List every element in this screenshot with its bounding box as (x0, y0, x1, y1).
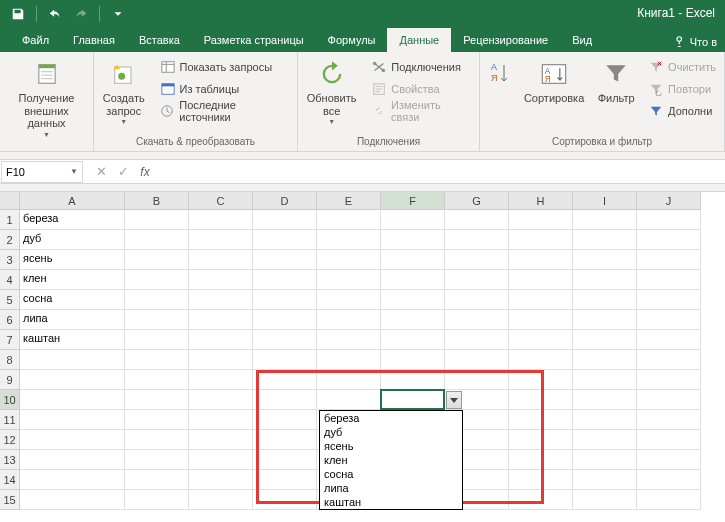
cell[interactable] (509, 350, 573, 370)
cell[interactable] (189, 230, 253, 250)
column-header[interactable]: I (573, 192, 637, 210)
cell[interactable] (445, 310, 509, 330)
tab-formulas[interactable]: Формулы (316, 28, 388, 52)
cell[interactable] (381, 230, 445, 250)
cell[interactable] (573, 230, 637, 250)
cell[interactable] (125, 210, 189, 230)
row-header[interactable]: 8 (0, 350, 20, 370)
tab-insert[interactable]: Вставка (127, 28, 192, 52)
cell[interactable] (317, 330, 381, 350)
cell[interactable] (189, 370, 253, 390)
cell[interactable] (637, 330, 701, 350)
cell[interactable] (381, 250, 445, 270)
cell[interactable] (20, 350, 125, 370)
cell[interactable] (445, 350, 509, 370)
cell[interactable] (189, 490, 253, 510)
cell[interactable] (637, 450, 701, 470)
cell[interactable]: ясень (20, 250, 125, 270)
cell[interactable] (317, 230, 381, 250)
column-header[interactable]: A (20, 192, 125, 210)
cell[interactable] (253, 250, 317, 270)
sort-asc-button[interactable]: АЯ (484, 56, 514, 94)
cell[interactable] (189, 410, 253, 430)
cell[interactable] (509, 410, 573, 430)
cell[interactable] (253, 390, 317, 410)
cell[interactable] (509, 390, 573, 410)
cell[interactable] (637, 410, 701, 430)
cell[interactable] (637, 310, 701, 330)
cell[interactable] (509, 470, 573, 490)
column-header[interactable]: C (189, 192, 253, 210)
cell[interactable] (189, 450, 253, 470)
cell[interactable] (189, 430, 253, 450)
cell[interactable] (125, 430, 189, 450)
cell[interactable] (125, 490, 189, 510)
cell[interactable] (573, 470, 637, 490)
cell[interactable] (573, 430, 637, 450)
cell[interactable]: каштан (20, 330, 125, 350)
row-header[interactable]: 13 (0, 450, 20, 470)
column-header[interactable]: G (445, 192, 509, 210)
row-header[interactable]: 5 (0, 290, 20, 310)
cell[interactable] (573, 450, 637, 470)
cell[interactable] (317, 250, 381, 270)
cell[interactable] (189, 270, 253, 290)
show-queries-button[interactable]: Показать запросы (156, 56, 293, 78)
cell[interactable] (445, 250, 509, 270)
row-header[interactable]: 3 (0, 250, 20, 270)
advanced-filter-button[interactable]: Дополни (644, 100, 720, 122)
from-table-button[interactable]: Из таблицы (156, 78, 293, 100)
cell[interactable] (125, 310, 189, 330)
cell[interactable] (125, 410, 189, 430)
cell[interactable] (189, 470, 253, 490)
cell[interactable] (573, 490, 637, 510)
cell[interactable] (445, 210, 509, 230)
cell[interactable] (20, 470, 125, 490)
cell[interactable]: липа (20, 310, 125, 330)
cell[interactable] (189, 250, 253, 270)
refresh-all-button[interactable]: Обновить все ▼ (302, 56, 361, 127)
row-header[interactable]: 12 (0, 430, 20, 450)
cell[interactable] (125, 370, 189, 390)
cell[interactable] (253, 270, 317, 290)
cell[interactable] (509, 290, 573, 310)
cell[interactable] (189, 350, 253, 370)
qat-customize-button[interactable] (106, 2, 130, 26)
row-header[interactable]: 14 (0, 470, 20, 490)
cell[interactable] (20, 430, 125, 450)
cell[interactable] (317, 350, 381, 370)
cell[interactable] (20, 390, 125, 410)
cell[interactable] (509, 270, 573, 290)
cell[interactable] (381, 270, 445, 290)
cell[interactable] (125, 230, 189, 250)
cell[interactable] (637, 350, 701, 370)
cell[interactable] (637, 230, 701, 250)
dropdown-item[interactable]: клен (320, 453, 462, 467)
cell[interactable] (253, 370, 317, 390)
cell[interactable] (509, 450, 573, 470)
row-header[interactable]: 2 (0, 230, 20, 250)
cell[interactable] (637, 470, 701, 490)
get-external-data-button[interactable]: Получение внешних данных ▼ (4, 56, 89, 140)
dropdown-item[interactable]: дуб (320, 425, 462, 439)
cell[interactable] (253, 310, 317, 330)
cell[interactable] (573, 310, 637, 330)
tab-home[interactable]: Главная (61, 28, 127, 52)
dropdown-item[interactable]: липа (320, 481, 462, 495)
cell[interactable] (637, 270, 701, 290)
cell[interactable]: береза (20, 210, 125, 230)
cell[interactable] (253, 210, 317, 230)
name-box[interactable]: F10 ▼ (1, 161, 83, 183)
cell[interactable] (317, 370, 381, 390)
cell[interactable] (637, 370, 701, 390)
connections-button[interactable]: Подключения (367, 56, 475, 78)
recent-sources-button[interactable]: Последние источники (156, 100, 293, 122)
cell[interactable] (253, 450, 317, 470)
cell[interactable] (509, 250, 573, 270)
cell[interactable] (125, 390, 189, 410)
dropdown-item[interactable]: береза (320, 411, 462, 425)
cell[interactable] (381, 390, 445, 410)
cell[interactable] (381, 350, 445, 370)
column-header[interactable]: F (381, 192, 445, 210)
dropdown-item[interactable]: каштан (320, 495, 462, 509)
